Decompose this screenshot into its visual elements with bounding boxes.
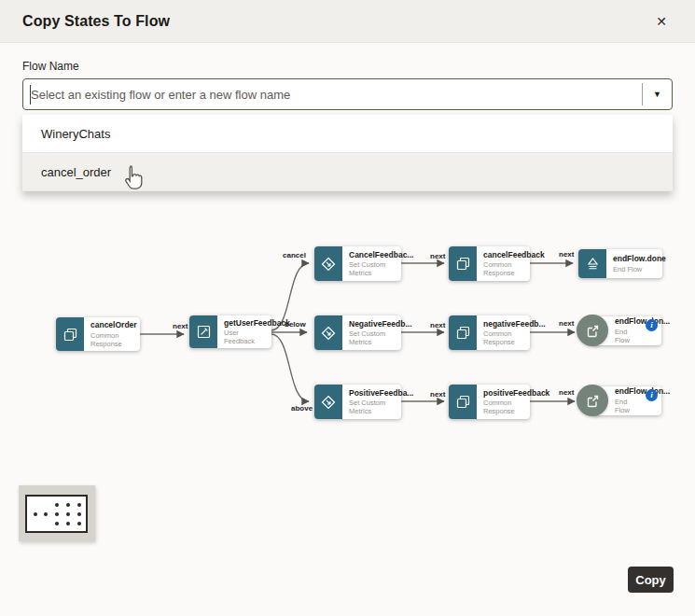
node-subtitle: Common Response: [483, 329, 523, 346]
state-node-cancelfeedback[interactable]: cancelFeedback Common Response: [449, 246, 530, 281]
set-custom-metrics-icon: [314, 385, 342, 419]
flow-diagram-canvas[interactable]: next cancel below above next next next n…: [0, 215, 695, 476]
node-title: getUserFeedback: [224, 318, 265, 329]
node-subtitle: Common Response: [483, 260, 523, 277]
node-subtitle: End Flow: [613, 265, 656, 273]
state-node-endflow-middle[interactable]: endFlow.don... End Flow i: [577, 315, 661, 346]
minimap-viewport[interactable]: [25, 495, 88, 533]
node-subtitle: Common Response: [483, 399, 523, 415]
dropdown-option-cancel-order[interactable]: cancel_order: [22, 153, 673, 191]
flow-name-label: Flow Name: [22, 60, 79, 73]
common-response-icon: [56, 317, 84, 351]
common-response-icon: [449, 385, 477, 419]
node-subtitle: Set Custom Metrics: [349, 399, 395, 415]
node-subtitle: User Feedback: [224, 329, 265, 345]
flow-name-input[interactable]: [23, 79, 642, 109]
set-custom-metrics-icon: [314, 315, 342, 350]
info-badge-icon[interactable]: i: [646, 319, 658, 331]
edge-label: next: [173, 322, 188, 330]
state-node-negativefeedback[interactable]: negativeFeedb... Common Response: [449, 315, 530, 350]
state-node-positivefeedbackmetrics[interactable]: PositiveFeedba... Set Custom Metrics: [314, 385, 401, 419]
user-feedback-icon: [189, 315, 217, 348]
state-node-positivefeedback[interactable]: positiveFeedback Common Response: [449, 385, 530, 419]
end-flow-link-icon: [577, 385, 608, 416]
node-subtitle: End Flow: [615, 328, 643, 344]
set-custom-metrics-icon: [314, 246, 342, 281]
node-subtitle: Set Custom Metrics: [349, 329, 395, 346]
edge-label: next: [559, 319, 574, 328]
node-title: negativeFeedb...: [483, 319, 523, 329]
state-node-cancelorder[interactable]: cancelOrder Common Response: [56, 317, 140, 351]
chevron-down-icon[interactable]: ▼: [643, 79, 672, 109]
dropdown-option-winerychats[interactable]: WineryChats: [22, 115, 673, 153]
edge-label: cancel: [283, 251, 306, 259]
node-title: endFlow.don...: [615, 386, 643, 397]
edge-label: above: [291, 404, 313, 413]
copy-button[interactable]: Copy: [628, 567, 674, 593]
end-flow-icon: [578, 249, 606, 278]
edge-label: next: [430, 252, 445, 260]
state-node-negativefeedbackmetrics[interactable]: NegativeFeedb... Set Custom Metrics: [314, 315, 401, 350]
flow-name-combobox[interactable]: ▼: [22, 78, 673, 110]
node-subtitle: Common Response: [90, 331, 133, 348]
dialog-header: Copy States To Flow ✕: [0, 0, 695, 43]
state-node-cancelfeedbackmetrics[interactable]: CancelFeedbac... Set Custom Metrics: [314, 246, 401, 281]
edge-label: next: [559, 388, 574, 397]
info-badge-icon[interactable]: i: [646, 389, 658, 401]
node-title: NegativeFeedb...: [349, 319, 395, 329]
dialog-title: Copy States To Flow: [22, 13, 170, 30]
edge-label: next: [559, 250, 574, 259]
end-flow-link-icon: [577, 315, 608, 346]
node-subtitle: Set Custom Metrics: [349, 260, 395, 277]
node-title: cancelFeedback: [483, 250, 523, 260]
diagram-minimap[interactable]: [19, 485, 95, 541]
edge-label: next: [430, 321, 445, 329]
node-title: endFlow.don...: [615, 316, 643, 327]
text-caret: [30, 85, 31, 105]
node-title: PositiveFeedba...: [349, 388, 395, 399]
common-response-icon: [449, 315, 477, 350]
common-response-icon: [449, 246, 477, 281]
edge-label: below: [285, 320, 306, 329]
close-icon[interactable]: ✕: [650, 10, 673, 33]
state-node-getuserfeedback[interactable]: getUserFeedback User Feedback: [189, 315, 271, 348]
state-node-endflow-done[interactable]: endFlow.done End Flow: [578, 249, 662, 278]
node-title: positiveFeedback: [483, 388, 523, 399]
state-node-endflow-bottom[interactable]: endFlow.don... End Flow i: [577, 385, 661, 416]
flow-options-dropdown: WineryChats cancel_order: [22, 115, 673, 191]
node-title: CancelFeedbac...: [349, 250, 395, 260]
edge-label: next: [430, 390, 445, 399]
node-title: cancelOrder: [90, 320, 133, 330]
node-title: endFlow.done: [613, 254, 656, 264]
node-subtitle: End Flow: [615, 398, 643, 414]
